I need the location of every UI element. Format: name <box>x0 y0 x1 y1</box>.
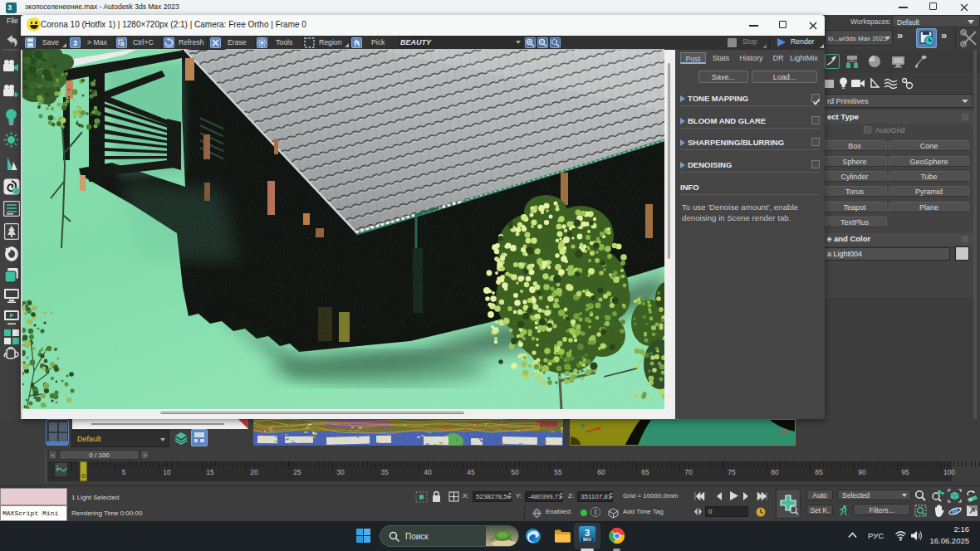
svg-text:3: 3 <box>585 528 590 538</box>
svg-text:MAX: MAX <box>583 538 591 542</box>
